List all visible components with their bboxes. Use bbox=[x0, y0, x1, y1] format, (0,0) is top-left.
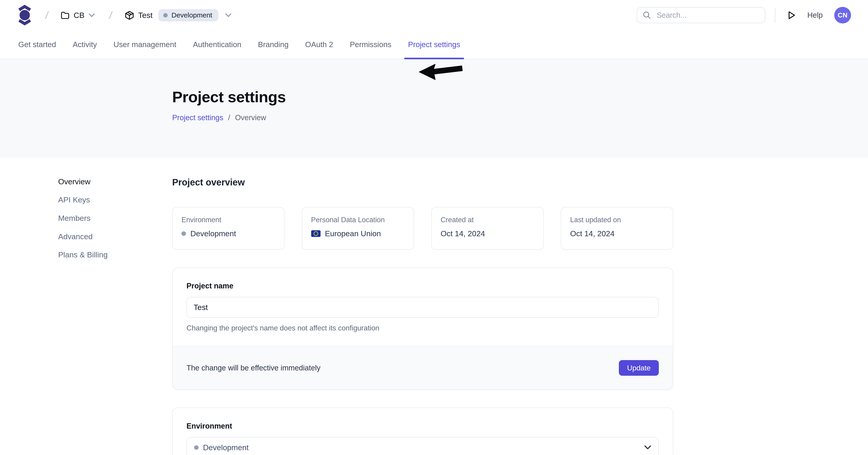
breadcrumb: Project settings / Overview bbox=[172, 114, 868, 122]
tab-project-settings[interactable]: Project settings bbox=[408, 31, 460, 59]
info-card-label: Environment bbox=[181, 216, 275, 224]
environment-dot-icon bbox=[181, 231, 186, 236]
settings-sidenav: Overview API Keys Members Advanced Plans… bbox=[58, 158, 172, 455]
footer-note: The change will be effective immediately bbox=[186, 364, 320, 372]
project-name-panel-footer: The change will be effective immediately… bbox=[173, 346, 673, 389]
search-box[interactable] bbox=[637, 7, 765, 23]
environment-badge-label: Development bbox=[172, 11, 212, 19]
org-switcher[interactable]: CB bbox=[60, 10, 95, 20]
info-card-value: Development bbox=[190, 229, 236, 238]
search-input[interactable] bbox=[656, 10, 760, 20]
info-card-value: Oct 14, 2024 bbox=[570, 229, 615, 238]
play-icon[interactable] bbox=[788, 11, 796, 20]
sidebar-item-overview[interactable]: Overview bbox=[58, 178, 172, 186]
info-card-label: Created at bbox=[441, 216, 534, 224]
settings-content: Project overview Environment Development… bbox=[172, 158, 673, 455]
environment-panel: Environment Development bbox=[172, 407, 673, 455]
environment-dot-icon bbox=[194, 445, 198, 450]
top-bar: / CB / Test Development bbox=[0, 0, 868, 31]
info-card-environment: Environment Development bbox=[172, 207, 284, 250]
info-card-value: Oct 14, 2024 bbox=[441, 229, 485, 238]
folder-icon bbox=[60, 10, 70, 20]
tab-oauth2[interactable]: OAuth 2 bbox=[305, 31, 333, 59]
info-card-created-at: Created at Oct 14, 2024 bbox=[431, 207, 544, 250]
breadcrumb-separator: / bbox=[228, 114, 230, 122]
org-name: CB bbox=[74, 11, 85, 20]
breadcrumb-link-project-settings[interactable]: Project settings bbox=[172, 114, 223, 122]
info-card-label: Personal Data Location bbox=[311, 216, 405, 224]
main-tab-bar: Get started Activity User management Aut… bbox=[0, 31, 868, 59]
breadcrumb-current: Overview bbox=[235, 114, 266, 122]
project-name-helper-text: Changing the project's name does not aff… bbox=[186, 324, 659, 332]
sidebar-item-plans-billing[interactable]: Plans & Billing bbox=[58, 251, 172, 259]
project-name-label: Project name bbox=[186, 282, 659, 290]
environment-label: Environment bbox=[186, 422, 659, 430]
breadcrumb-slash-icon: / bbox=[44, 10, 49, 21]
page-header: Project settings Project settings / Over… bbox=[0, 59, 868, 158]
tab-authentication[interactable]: Authentication bbox=[193, 31, 241, 59]
info-card-data-location: Personal Data Location bbox=[302, 207, 414, 250]
corbado-logo-icon[interactable] bbox=[17, 5, 32, 26]
sidebar-item-api-keys[interactable]: API Keys bbox=[58, 196, 172, 204]
info-card-label: Last updated on bbox=[570, 216, 664, 224]
tab-activity[interactable]: Activity bbox=[72, 31, 97, 59]
page-title: Project settings bbox=[172, 59, 868, 106]
app-window: / CB / Test Development bbox=[0, 0, 868, 455]
header-divider bbox=[775, 8, 775, 23]
avatar[interactable]: CN bbox=[834, 7, 851, 23]
info-cards-row: Environment Development Personal Data Lo… bbox=[172, 207, 673, 250]
info-card-value: European Union bbox=[325, 229, 381, 238]
eu-flag-icon bbox=[311, 230, 320, 237]
project-name-panel: Project name Changing the project's name… bbox=[172, 267, 673, 390]
update-button[interactable]: Update bbox=[619, 360, 659, 376]
info-card-last-updated: Last updated on Oct 14, 2024 bbox=[561, 207, 673, 250]
search-icon bbox=[643, 11, 651, 19]
chevron-down-icon bbox=[225, 13, 232, 18]
project-switcher[interactable]: Test Development bbox=[124, 9, 232, 21]
breadcrumb-slash-icon: / bbox=[108, 10, 113, 21]
chevron-down-icon bbox=[88, 13, 95, 18]
sidebar-item-advanced[interactable]: Advanced bbox=[58, 233, 172, 240]
tab-get-started[interactable]: Get started bbox=[19, 31, 56, 59]
environment-select[interactable]: Development bbox=[186, 437, 659, 455]
tab-user-management[interactable]: User management bbox=[114, 31, 176, 59]
tab-permissions[interactable]: Permissions bbox=[350, 31, 391, 59]
environment-dot-icon bbox=[163, 13, 167, 18]
package-icon bbox=[124, 10, 134, 20]
project-name: Test bbox=[138, 11, 153, 20]
environment-select-value: Development bbox=[203, 443, 249, 452]
tab-branding[interactable]: Branding bbox=[258, 31, 288, 59]
main-content: Overview API Keys Members Advanced Plans… bbox=[0, 158, 868, 455]
environment-badge: Development bbox=[158, 9, 218, 21]
project-name-input[interactable] bbox=[186, 297, 659, 318]
chevron-down-icon bbox=[644, 445, 651, 450]
help-link[interactable]: Help bbox=[807, 11, 823, 20]
sidebar-item-members[interactable]: Members bbox=[58, 215, 172, 222]
section-title: Project overview bbox=[172, 177, 673, 188]
